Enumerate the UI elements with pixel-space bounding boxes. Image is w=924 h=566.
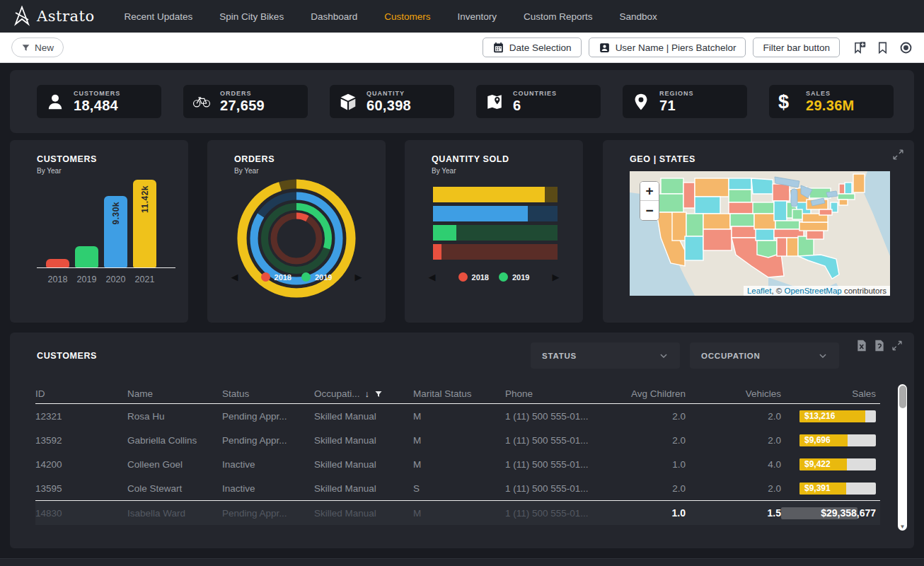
kpi-text: ORDERS27,659 [220,90,265,114]
cell: 2.0 [686,483,781,494]
zoom-out-button[interactable]: − [640,201,659,220]
totals-ghost-cell: M [413,508,505,519]
filter-small-icon[interactable] [374,390,383,398]
legend-item-2019[interactable]: 2019 [499,272,529,282]
nav-item-spin-city-bikes[interactable]: Spin City Bikes [219,11,284,22]
zoom-in-button[interactable]: + [640,182,659,201]
occupation-filter-dropdown[interactable]: OCCUPATION [690,342,839,369]
toolbar-button-label: User Name | Piers Batchelor [616,42,737,53]
file-icon[interactable] [874,340,885,352]
x-tick-label: 2021 [130,275,159,284]
new-filter-label: New [35,42,54,53]
nav-item-customers[interactable]: Customers [384,11,430,22]
legend-item-2018[interactable]: 2018 [261,272,291,282]
column-header-label: ID [35,388,45,399]
kpi-label: COUNTRIES [513,90,557,97]
kpi-label: QUANTITY [366,90,411,97]
toolbar-button-date-selection[interactable]: Date Selection [483,37,582,57]
cell: 1 (11) 500 555-01... [505,411,613,422]
table-row[interactable]: 12321Rosa HuPending Appr...Skilled Manua… [35,404,880,428]
new-filter-pill[interactable]: New [11,37,64,57]
legend-next-arrow[interactable]: ▶ [354,272,362,282]
column-header-avg-children[interactable]: Avg Children [613,388,686,399]
hbar-2021[interactable] [433,187,558,202]
column-header-status[interactable]: Status [222,388,314,399]
excel-icon[interactable] [856,340,867,352]
nav-item-custom-reports[interactable]: Custom Reports [524,11,593,22]
kpi-card-sales: $SALES29.36M [769,85,894,118]
column-header-phone[interactable]: Phone [505,388,613,399]
kpi-value: 71 [659,98,694,114]
cell: M [413,459,505,470]
x-tick-label: 2018 [43,275,72,284]
column-header-label: Sales [852,388,876,399]
column-header-name[interactable]: Name [127,388,222,399]
bar-2021[interactable]: 11.42k [133,180,156,267]
openstreetmap-link[interactable]: OpenStreetMap [785,287,842,295]
sales-cell: $9,696 [781,434,876,446]
bookmark-add-icon[interactable] [853,41,866,54]
cell: 14200 [35,459,127,470]
legend-label: 2018 [275,273,291,282]
legend-item-2019[interactable]: 2019 [301,272,332,282]
table-row[interactable]: 14200Colleen GoelInactiveSkilled ManualM… [35,452,880,476]
sort-down-icon[interactable]: ↓ [365,388,370,399]
calendar-icon [492,42,504,54]
cell: 2.0 [613,483,686,494]
nav-item-inventory[interactable]: Inventory [457,11,497,22]
toolbar-button-user-name-piers-batchelor[interactable]: User Name | Piers Batchelor [589,37,746,57]
status-filter-dropdown[interactable]: STATUS [531,342,680,369]
map-icon [485,93,504,111]
column-header-label: Status [222,388,249,399]
cell: Colleen Goel [127,459,222,470]
toolbar-button-filter-bar-button[interactable]: Filter bar button [753,37,840,57]
column-header-occupati[interactable]: Occupati...↓ [314,388,413,399]
table-scrollbar[interactable]: ▼ [898,384,907,531]
orders-by-year-panel: ORDERS By Year ◀20182019▶ [207,140,386,323]
nav-item-sandbox[interactable]: Sandbox [620,11,657,22]
legend-dot [261,272,270,282]
hbar-2019[interactable] [433,225,558,241]
column-header-sales[interactable]: Sales [781,388,876,399]
bar-2020[interactable]: 9.30k [104,196,127,267]
column-header-label: Vehicles [746,388,781,399]
dropdown-label: OCCUPATION [701,352,761,360]
legend-prev-arrow[interactable]: ◀ [429,272,436,282]
cell: 13592 [35,435,127,446]
leaflet-link[interactable]: Leaflet [747,287,772,295]
column-header-id[interactable]: ID [35,388,127,399]
legend-prev-arrow[interactable]: ◀ [231,272,238,282]
legend-next-arrow[interactable]: ▶ [552,272,559,282]
eye-icon[interactable] [899,41,913,54]
hbar-2020[interactable] [433,206,558,221]
column-header-vehicles[interactable]: Vehicles [686,388,781,399]
column-header-marital-status[interactable]: Marital Status [413,388,505,399]
brand[interactable]: Astrato [13,6,95,27]
nav-item-recent-updates[interactable]: Recent Updates [125,11,193,22]
scrollbar-thumb[interactable] [899,386,906,408]
legend-item-2018[interactable]: 2018 [458,272,489,282]
totals-vehicles: 1.5 [686,507,781,519]
toolbar-right: Date SelectionUser Name | Piers Batchelo… [483,37,913,57]
nav-item-dashboard[interactable]: Dashboard [311,11,357,22]
table-row[interactable]: 13595Cole StewartInactiveSkilled ManualS… [35,476,880,500]
table-row[interactable]: 13592Gabriella CollinsPending Appr...Ski… [35,428,880,452]
cell: 1 (11) 500 555-01... [505,459,613,470]
expand-icon[interactable] [891,340,903,352]
bar-2018[interactable] [46,259,69,267]
cell: 4.0 [686,459,781,470]
hbar-2018[interactable] [433,244,558,260]
bar-2019[interactable] [75,246,98,267]
sales-bar-label: $9,391 [804,483,831,495]
kpi-icon-box [623,93,659,111]
scrollbar-down-arrow[interactable]: ▼ [898,524,907,530]
totals-ghost-cell: 1 (11) 500 555-01... [505,508,613,519]
leaflet-map[interactable]: + − Leaflet, © OpenStreetMap contributor… [630,171,890,296]
totals-sales-value: $29,358,677 [821,507,876,519]
expand-icon[interactable] [892,149,904,161]
bookmark-icon[interactable] [876,41,889,54]
kpi-text: SALES29.36M [806,90,855,114]
footer-strip [0,558,924,566]
geo-states-panel: GEO | STATES [603,140,914,323]
customers-table: IDNameStatusOccupati...↓Marital StatusPh… [35,384,880,525]
